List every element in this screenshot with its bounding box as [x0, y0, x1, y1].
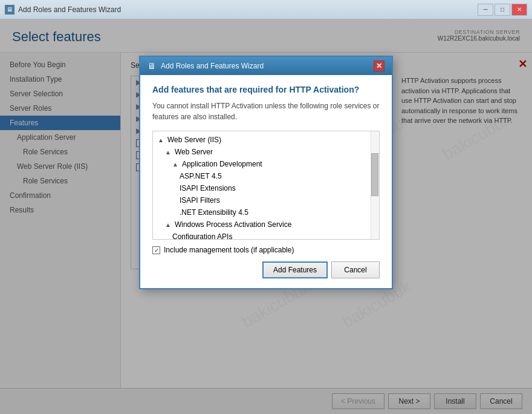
modal-title-bar: 🖥 Add Roles and Features Wizard ✕: [140, 57, 392, 75]
tree-label: ASP.NET 4.5: [180, 172, 222, 180]
arrow-icon: ▲: [158, 137, 164, 143]
modal-dialog: 🖥 Add Roles and Features Wizard ✕ Add fe…: [139, 56, 393, 289]
tree-isapi-filt: ISAPI Filters: [153, 194, 379, 206]
include-mgmt-tools-checkbox[interactable]: [152, 246, 160, 254]
modal-body: Add features that are required for HTTP …: [140, 75, 392, 288]
tree-config-apis: Configuration APIs: [153, 231, 379, 240]
modal-title: Add Roles and Features Wizard: [161, 62, 264, 70]
arrow-icon: ▲: [165, 222, 171, 228]
window-controls: ─ □ ✕: [478, 4, 527, 16]
tree-label: Windows Process Activation Service: [175, 220, 291, 229]
add-features-button[interactable]: Add Features: [262, 261, 328, 278]
scrollbar-thumb[interactable]: [371, 153, 378, 196]
maximize-button[interactable]: □: [495, 4, 510, 16]
title-bar-left: 🖥 Add Roles and Features Wizard: [5, 5, 121, 15]
tree-web-server-iis: ▲ Web Server (IIS): [153, 134, 379, 146]
modal-overlay: 🖥 Add Roles and Features Wizard ✕ Add fe…: [0, 19, 532, 414]
modal-tree-inner: ▲ Web Server (IIS) ▲ Web Server ▲ Applic…: [153, 131, 379, 240]
app-icon: 🖥: [5, 5, 15, 15]
tree-isapi-ext: ISAPI Extensions: [153, 182, 379, 194]
tree-wpas: ▲ Windows Process Activation Service: [153, 218, 379, 231]
tree-app-dev: ▲ Application Development: [153, 158, 379, 170]
tree-net-ext: .NET Extensibility 4.5: [153, 206, 379, 218]
close-button[interactable]: ✕: [511, 4, 527, 16]
tree-label: Application Development: [182, 160, 262, 168]
modal-app-icon: 🖥: [148, 61, 156, 71]
tree-label: .NET Extensibility 4.5: [180, 208, 248, 217]
tree-label: Configuration APIs: [172, 232, 232, 240]
arrow-icon: ▲: [165, 149, 171, 156]
modal-tree: ▲ Web Server (IIS) ▲ Web Server ▲ Applic…: [152, 131, 380, 240]
modal-title-left: 🖥 Add Roles and Features Wizard: [148, 61, 264, 71]
tree-label: ISAPI Extensions: [180, 184, 236, 192]
tree-aspnet: ASP.NET 4.5: [153, 170, 379, 182]
modal-question: Add features that are required for HTTP …: [152, 85, 380, 94]
title-bar: 🖥 Add Roles and Features Wizard ─ □ ✕: [0, 0, 532, 19]
window-title: Add Roles and Features Wizard: [18, 5, 121, 14]
scrollbar-track[interactable]: [371, 131, 379, 239]
tree-web-server: ▲ Web Server: [153, 146, 379, 158]
arrow-icon: ▲: [172, 161, 178, 168]
tree-label: ISAPI Filters: [180, 196, 220, 205]
tree-label: Web Server: [175, 148, 213, 156]
minimize-button[interactable]: ─: [478, 4, 493, 16]
modal-buttons: Add Features Cancel: [152, 261, 380, 278]
modal-cancel-button[interactable]: Cancel: [331, 261, 380, 278]
modal-close-button[interactable]: ✕: [374, 61, 384, 71]
tree-label: Web Server (IIS): [167, 136, 221, 144]
modal-description: You cannot install HTTP Activation unles…: [152, 100, 380, 122]
checkbox-label: Include management tools (if applicable): [164, 246, 294, 254]
modal-checkbox-row[interactable]: Include management tools (if applicable): [152, 246, 380, 254]
